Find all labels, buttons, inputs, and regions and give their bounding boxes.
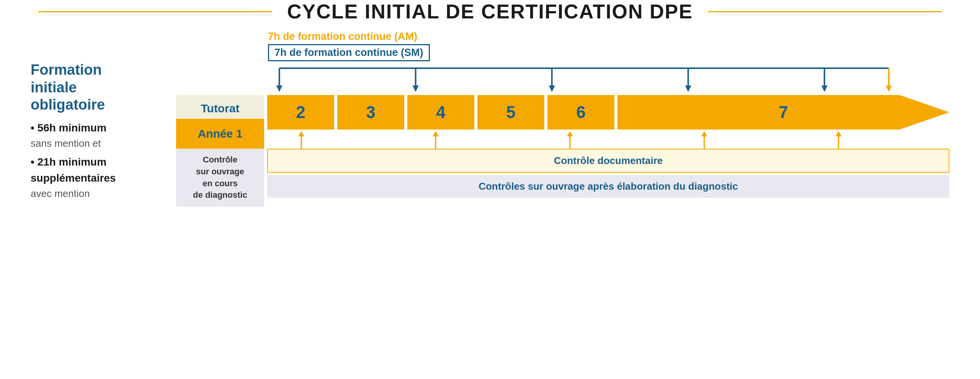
numbers-top-row: 2 3 4 5 6 xyxy=(267,95,949,130)
controle-doc-box: Contrôle documentaire xyxy=(267,149,949,173)
year-row: Tutorat Année 1 Contrôlesur ouvrageen co… xyxy=(176,95,949,207)
num-block-5: 5 xyxy=(477,95,544,130)
svg-marker-20 xyxy=(701,131,707,136)
tutorat-block: Tutorat Année 1 Contrôlesur ouvrageen co… xyxy=(176,95,264,207)
controle-ouvrage-text: Contrôlesur ouvrageen coursde diagnostic xyxy=(193,155,247,200)
header-line-left xyxy=(38,11,272,12)
numbers-column: 2 3 4 5 6 xyxy=(267,95,949,207)
num-block-2: 2 xyxy=(267,95,334,130)
page-title: CYCLE INITIAL DE CERTIFICATION DPE xyxy=(287,0,693,23)
left-panel: Formationinitialeobligatoire • 56h minim… xyxy=(31,31,153,204)
svg-marker-22 xyxy=(836,131,842,136)
up-arrows-svg xyxy=(267,130,949,149)
svg-marker-16 xyxy=(433,131,439,136)
header-line-right xyxy=(708,11,942,12)
main-content: Formationinitialeobligatoire • 56h minim… xyxy=(0,23,980,207)
svg-marker-4 xyxy=(413,85,419,92)
annee1-label: Année 1 xyxy=(198,127,243,140)
svg-marker-12 xyxy=(886,85,892,92)
svg-marker-2 xyxy=(276,85,283,92)
svg-marker-10 xyxy=(822,85,828,92)
formation-title: Formationinitialeobligatoire xyxy=(31,61,153,114)
controle-doc-text: Contrôle documentaire xyxy=(554,155,663,167)
controle-apres-box: Contrôles sur ouvrage après élaboration … xyxy=(267,175,949,198)
controle-apres-text: Contrôles sur ouvrage après élaboration … xyxy=(479,180,738,192)
tutorat-label: Tutorat xyxy=(197,95,243,119)
num-block-3: 3 xyxy=(337,95,404,130)
header-section: CYCLE INITIAL DE CERTIFICATION DPE xyxy=(0,0,980,23)
bottom-controls: Contrôle documentaire Contrôles sur ouvr… xyxy=(267,130,949,207)
diagram-wrapper: 7h de formation continue (AM) 7h de form… xyxy=(176,31,949,207)
arrows-bracket xyxy=(268,64,949,95)
num-block-7: 7 xyxy=(617,95,949,130)
num-block-6: 6 xyxy=(547,95,614,130)
up-arrows-area xyxy=(267,130,949,149)
fc-am-label: 7h de formation continue (AM) xyxy=(268,31,417,42)
svg-marker-18 xyxy=(567,131,573,136)
formation-21h: • 21h minimumsupplémentaires xyxy=(31,154,153,186)
formation-56h: • 56h minimum xyxy=(31,120,153,136)
formation-sans-mention: sans mention et xyxy=(31,138,153,149)
fc-sm-label: 7h de formation continue (SM) xyxy=(268,44,430,61)
annee1-block: Année 1 xyxy=(176,119,264,149)
svg-marker-14 xyxy=(298,131,304,136)
formation-avec-mention: avec mention xyxy=(31,188,153,200)
bracket-svg xyxy=(268,64,949,95)
num-block-4: 4 xyxy=(407,95,474,130)
controle-ouvrage-block: Contrôlesur ouvrageen coursde diagnostic xyxy=(176,149,264,207)
svg-marker-6 xyxy=(549,85,555,92)
svg-marker-8 xyxy=(685,85,691,92)
